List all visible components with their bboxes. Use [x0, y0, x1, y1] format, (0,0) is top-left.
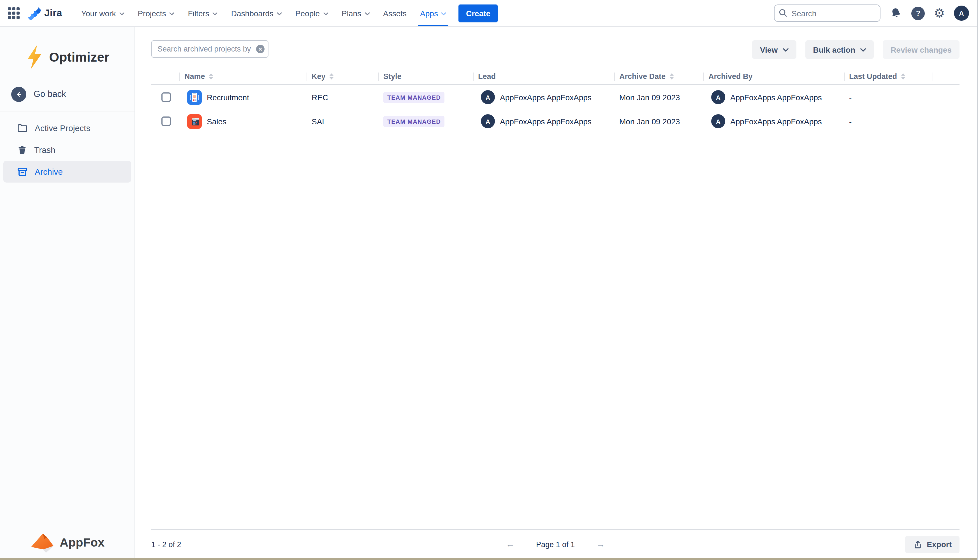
header-cell-lead: Lead — [473, 69, 614, 84]
project-key-cell: SAL — [307, 117, 378, 126]
app-switcher-icon[interactable] — [8, 7, 20, 19]
column-label: Name — [184, 72, 205, 81]
header-cell-name[interactable]: Name — [179, 69, 307, 84]
toolbar-actions: View Bulk action Review changes — [752, 40, 960, 59]
create-button[interactable]: Create — [459, 4, 498, 22]
help-button[interactable]: ? — [911, 7, 925, 20]
export-icon — [913, 540, 922, 549]
settings-button[interactable]: ⚙ — [934, 7, 945, 19]
sort-icon — [209, 73, 214, 80]
chevron-down-icon — [860, 48, 866, 52]
table-row: Sales SAL TEAM MANAGED A AppFoxApps AppF… — [151, 109, 960, 133]
nav-item-label: Your work — [81, 9, 116, 18]
user-menu-button[interactable]: A — [954, 6, 969, 21]
review-changes-button[interactable]: Review changes — [883, 40, 960, 59]
header-cell-key[interactable]: Key — [307, 69, 378, 84]
last-updated-cell: - — [844, 117, 933, 126]
chevron-down-icon — [277, 12, 282, 15]
nav-item-plans[interactable]: Plans — [335, 0, 376, 26]
page-indicator: Page 1 of 1 — [536, 540, 575, 548]
header-cell-last-updated[interactable]: Last Updated — [844, 69, 933, 84]
lead-name: AppFoxApps AppFoxApps — [500, 93, 592, 102]
archive-search-input[interactable] — [151, 40, 269, 58]
avatar: A — [711, 90, 725, 104]
primary-nav: Your work Projects Filters Dashboards Pe… — [75, 0, 453, 26]
sidebar-item-archive[interactable]: Archive — [3, 161, 131, 183]
view-button-label: View — [760, 45, 777, 54]
clear-search-icon[interactable]: ✕ — [256, 45, 264, 53]
nav-item-people[interactable]: People — [289, 0, 335, 26]
archived-by-cell: A AppFoxApps AppFoxApps — [703, 90, 844, 104]
nav-item-label: Assets — [383, 9, 406, 18]
bulk-action-button[interactable]: Bulk action — [805, 40, 874, 59]
avatar: A — [711, 114, 725, 128]
help-icon: ? — [911, 7, 925, 20]
window-bottom-edge — [0, 558, 978, 560]
chevron-down-icon — [169, 12, 175, 15]
global-search-input[interactable] — [774, 5, 881, 22]
folder-icon — [17, 122, 28, 133]
jira-logo[interactable]: Jira — [27, 6, 62, 20]
pagination: ← Page 1 of 1 → — [506, 539, 605, 549]
style-badge: TEAM MANAGED — [383, 92, 445, 103]
main-content: ✕ View Bulk action Review changes Name — [135, 27, 978, 560]
column-label: Archived By — [709, 72, 753, 81]
nav-item-projects[interactable]: Projects — [131, 0, 181, 26]
chevron-down-icon — [323, 12, 328, 15]
avatar: A — [954, 6, 969, 21]
last-updated-cell: - — [844, 93, 933, 102]
fox-icon — [30, 532, 55, 553]
archive-search: ✕ — [151, 40, 269, 58]
archived-by-cell: A AppFoxApps AppFoxApps — [703, 114, 844, 128]
nav-item-apps[interactable]: Apps — [413, 0, 453, 26]
table-footer: 1 - 2 of 2 ← Page 1 of 1 → Export — [151, 529, 960, 558]
bell-icon — [890, 7, 903, 20]
archive-date-cell: Mon Jan 09 2023 — [614, 117, 703, 126]
nav-item-label: Dashboards — [231, 9, 274, 18]
project-avatar-sales — [187, 114, 202, 128]
export-button[interactable]: Export — [905, 536, 960, 553]
next-page-button[interactable]: → — [596, 539, 605, 549]
project-name: Recruitment — [207, 93, 249, 102]
sidebar-item-label: Active Projects — [35, 123, 90, 133]
column-label: Lead — [478, 72, 496, 81]
chevron-down-icon — [364, 12, 369, 15]
project-name-cell: Sales — [179, 114, 307, 128]
chevron-down-icon — [213, 12, 218, 15]
brand-name: AppFox — [60, 536, 105, 550]
column-label: Last Updated — [849, 72, 897, 81]
notifications-button[interactable] — [890, 7, 903, 20]
row-checkbox[interactable] — [161, 117, 171, 126]
top-nav: Jira Your work Projects Filters Dashboar… — [0, 0, 978, 27]
header-cell-archive-date[interactable]: Archive Date — [614, 69, 703, 84]
nav-item-label: Filters — [188, 9, 209, 18]
toolbar: ✕ View Bulk action Review changes — [151, 40, 960, 59]
row-checkbox[interactable] — [161, 92, 171, 102]
archive-date-cell: Mon Jan 09 2023 — [614, 93, 703, 102]
go-back-button[interactable]: Go back — [0, 84, 134, 104]
chevron-down-icon — [119, 12, 124, 15]
optimizer-logo: Optimizer — [0, 45, 134, 70]
go-back-label: Go back — [33, 89, 66, 99]
sidebar-item-active-projects[interactable]: Active Projects — [3, 117, 131, 139]
avatar: A — [481, 114, 495, 128]
sidebar-item-trash[interactable]: Trash — [3, 139, 131, 161]
lead-cell: A AppFoxApps AppFoxApps — [473, 90, 614, 104]
trash-icon — [17, 145, 27, 155]
nav-item-dashboards[interactable]: Dashboards — [224, 0, 289, 26]
nav-item-your-work[interactable]: Your work — [75, 0, 131, 26]
previous-page-button[interactable]: ← — [506, 539, 515, 549]
sort-icon — [900, 73, 905, 80]
column-label: Key — [312, 72, 326, 81]
view-button[interactable]: View — [752, 40, 796, 59]
nav-item-filters[interactable]: Filters — [181, 0, 224, 26]
archived-by-name: AppFoxApps AppFoxApps — [730, 93, 822, 102]
search-icon — [779, 8, 788, 17]
export-label: Export — [927, 540, 952, 549]
nav-item-assets[interactable]: Assets — [376, 0, 413, 26]
header-cell-end — [933, 69, 960, 84]
top-nav-right: ? ⚙ A — [774, 5, 969, 22]
header-cell-archived-by: Archived By — [703, 69, 844, 84]
top-nav-left: Jira Your work Projects Filters Dashboar… — [8, 0, 498, 26]
lightning-bolt-icon — [25, 45, 43, 70]
